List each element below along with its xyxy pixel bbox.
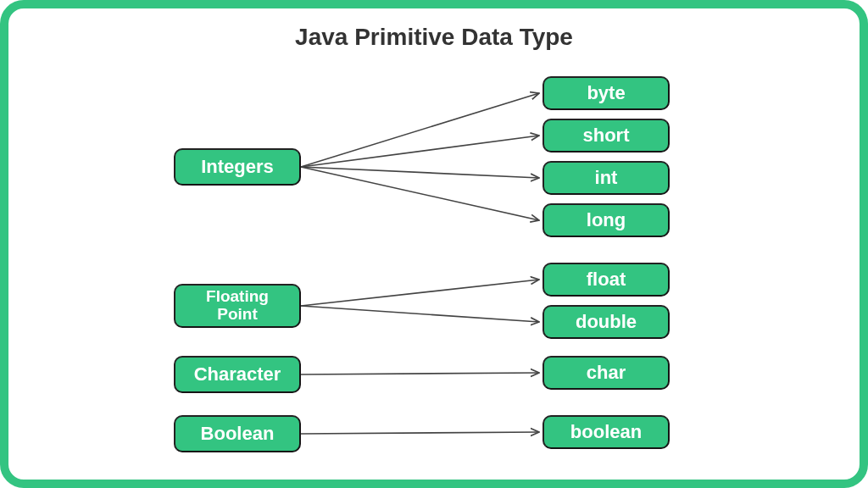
connector-arrow <box>301 93 539 167</box>
type-double: double <box>542 305 670 339</box>
connector-arrow <box>301 306 539 322</box>
category-boolean: Boolean <box>174 415 301 452</box>
category-character: Character <box>174 356 301 393</box>
type-char: char <box>542 356 670 390</box>
type-boolean: boolean <box>542 415 670 449</box>
category-floating: Floating Point <box>174 284 301 328</box>
connector-arrow <box>301 167 539 178</box>
diagram-frame: Java Primitive Data Type Integers Floati… <box>0 0 868 488</box>
connector-arrow <box>301 373 539 374</box>
type-byte: byte <box>542 76 670 110</box>
category-integers: Integers <box>174 148 301 186</box>
type-short: short <box>542 119 670 152</box>
diagram-title: Java Primitive Data Type <box>8 24 860 51</box>
connector-arrow <box>301 280 539 306</box>
connector-arrow <box>301 136 539 167</box>
connector-arrow <box>301 432 539 434</box>
connector-layer <box>8 8 860 480</box>
type-float: float <box>542 263 670 297</box>
type-int: int <box>542 161 670 195</box>
connector-arrow <box>301 167 539 220</box>
type-long: long <box>542 203 670 237</box>
